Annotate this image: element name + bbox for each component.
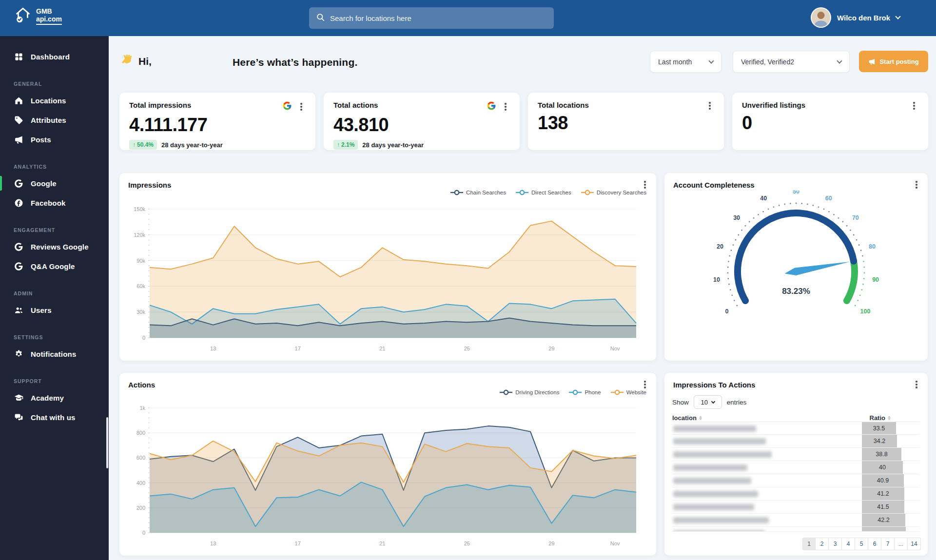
location-filter-value: Verified, Verified2	[741, 58, 794, 66]
search-icon	[316, 13, 325, 24]
more-options-icon[interactable]	[910, 101, 918, 111]
table-row: 40.9	[672, 474, 920, 487]
svg-text:150k: 150k	[134, 206, 145, 212]
table-row: 42.2	[672, 514, 920, 527]
more-options-icon[interactable]	[297, 102, 306, 112]
sort-icon	[888, 416, 891, 420]
page-button-1[interactable]: 1	[802, 538, 816, 550]
svg-text:29: 29	[548, 346, 554, 351]
page-button-7[interactable]: 7	[881, 538, 895, 550]
more-options-icon[interactable]	[705, 101, 714, 111]
google-icon	[487, 101, 496, 113]
start-posting-button[interactable]: Start posting	[859, 51, 928, 72]
legend-item-chain-searches[interactable]: Chain Searches	[450, 190, 506, 195]
page-button-3[interactable]: 3	[829, 538, 842, 550]
more-options-icon[interactable]	[641, 180, 649, 190]
more-options-icon[interactable]	[641, 380, 649, 389]
page-button-4[interactable]: 4	[842, 538, 855, 550]
svg-text:21: 21	[379, 346, 385, 351]
table-row: 41.5	[672, 501, 920, 514]
page-button-5[interactable]: 5	[855, 538, 868, 550]
stat-card-total-locations: Total locations 138	[528, 93, 724, 150]
svg-text:25: 25	[464, 541, 470, 546]
legend-item-website[interactable]: Website	[611, 389, 646, 395]
sidebar-item-dashboard[interactable]: Dashboard	[0, 47, 109, 66]
chevron-down-icon	[708, 58, 714, 63]
completeness-gauge: 010203040506070809010083.23%	[664, 191, 928, 351]
legend-item-phone[interactable]: Phone	[569, 389, 601, 395]
chevron-down-icon	[711, 400, 715, 404]
user-menu[interactable]: Wilco den Brok	[811, 7, 900, 28]
logo-text: GMB api.com	[36, 7, 62, 25]
column-header-location[interactable]: location	[672, 414, 702, 422]
legend-item-discovery-searches[interactable]: Discovery Searches	[581, 190, 646, 195]
chevron-down-icon	[895, 14, 900, 19]
svg-text:600: 600	[136, 455, 145, 461]
stat-title: Total actions	[333, 101, 378, 109]
location-filter-select[interactable]: Verified, Verified2	[733, 51, 850, 73]
sidebar-item-facebook[interactable]: Facebook	[0, 193, 109, 212]
more-options-icon[interactable]	[912, 380, 921, 389]
google-icon	[14, 261, 23, 271]
sidebar-section-admin: ADMIN	[14, 290, 109, 296]
period-select[interactable]: Last month	[650, 51, 722, 73]
page-button-[interactable]: ...	[895, 538, 908, 550]
svg-text:90: 90	[872, 276, 879, 283]
sidebar-scrollbar-thumb[interactable]	[106, 417, 108, 468]
sidebar-item-reviews-google[interactable]: Reviews Google	[0, 237, 109, 256]
actions-chart: 02004006008001k1317212529Nov	[123, 399, 653, 550]
ratio-value: 38.8	[862, 448, 901, 461]
more-options-icon[interactable]	[501, 102, 510, 112]
sidebar-item-notifications[interactable]: Notifications	[0, 344, 109, 364]
search-bar	[309, 7, 554, 29]
sidebar: DashboardGENERALLocationsAttributesPosts…	[0, 36, 109, 560]
svg-text:90k: 90k	[136, 258, 145, 264]
page-button-6[interactable]: 6	[868, 538, 881, 550]
svg-text:10: 10	[713, 276, 720, 283]
sidebar-item-attributes[interactable]: Attributes	[0, 110, 109, 130]
page-size-select[interactable]: 10	[694, 395, 722, 409]
svg-text:50: 50	[793, 191, 800, 195]
stat-card-total-impressions: Total impressions 4.111.177 ↑50.4% 28 da…	[119, 93, 315, 150]
page-button-2[interactable]: 2	[816, 538, 829, 550]
stat-value: 138	[538, 113, 714, 134]
impressions-panel: Impressions Chain Searches Direct Search…	[119, 173, 656, 361]
sidebar-item-q-a-google[interactable]: Q&A Google	[0, 256, 109, 276]
redacted-location	[673, 478, 751, 484]
chat-icon	[14, 412, 23, 422]
app-logo[interactable]: GMB api.com	[14, 6, 62, 26]
search-input[interactable]	[330, 14, 547, 22]
svg-text:13: 13	[210, 346, 216, 351]
table-header: location Ratio	[672, 414, 920, 422]
redacted-location	[673, 530, 765, 532]
sidebar-item-posts[interactable]: Posts	[0, 130, 109, 149]
main-content: Hi, Here’s what’s happening. Last month …	[109, 36, 936, 560]
svg-text:25: 25	[464, 346, 470, 351]
tag-icon	[14, 115, 23, 125]
ratio-value: 42.2	[862, 514, 905, 526]
svg-text:13: 13	[210, 541, 216, 546]
legend-marker	[611, 389, 624, 395]
legend-item-direct-searches[interactable]: Direct Searches	[516, 190, 571, 195]
table-row-partial	[672, 527, 920, 532]
page-button-14[interactable]: 14	[908, 538, 921, 550]
stat-card-unverified-listings: Unverified listings 0	[732, 93, 928, 150]
redacted-location	[673, 425, 756, 432]
user-name: Wilco den Brok	[837, 14, 890, 22]
sidebar-item-academy[interactable]: Academy	[0, 388, 109, 407]
sidebar-item-chat-with-us[interactable]: Chat with us	[0, 407, 109, 427]
svg-text:17: 17	[295, 346, 301, 351]
actions-panel-title: Actions	[128, 381, 155, 389]
megaphone-icon	[14, 135, 23, 144]
legend-marker	[516, 190, 528, 195]
column-header-ratio[interactable]: Ratio	[870, 414, 891, 422]
impressions-to-actions-title: Impressions To Actions	[673, 381, 755, 389]
sidebar-item-users[interactable]: Users	[0, 300, 109, 320]
more-options-icon[interactable]	[912, 180, 921, 190]
sidebar-item-locations[interactable]: Locations	[0, 91, 109, 110]
sidebar-item-google[interactable]: Google	[0, 174, 109, 193]
legend-item-driving-directions[interactable]: Driving Directions	[500, 389, 559, 395]
table-row: 38.8	[672, 448, 920, 461]
svg-text:29: 29	[548, 541, 554, 546]
legend-marker	[569, 389, 582, 395]
